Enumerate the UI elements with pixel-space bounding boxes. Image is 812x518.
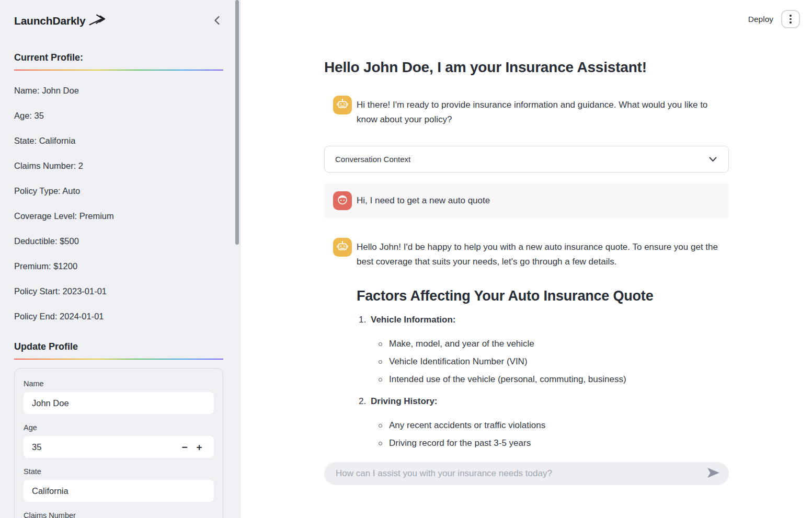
chevron-left-icon [214,19,220,27]
launchdarkly-logo: LaunchDarkly [14,13,106,29]
circle-bullet-icon [379,342,382,346]
list-item: 2. Driving History: [357,396,729,407]
age-value[interactable]: 35 [32,442,177,452]
chat-input[interactable] [336,468,707,479]
age-field-label: Age [24,423,214,432]
person-icon [335,192,350,210]
bot-message-row: Hello John! I'd be happy to help you wit… [324,238,729,269]
profile-field-age: Age: 35 [14,111,223,121]
list-item-title: Driving History: [371,396,438,407]
profile-field-policy-end: Policy End: 2024-01-01 [14,312,223,321]
user-message-text: Hi, I need to get a new auto quote [357,193,490,208]
claims-field-label: Claims Number [24,511,214,518]
circle-bullet-icon [379,442,382,445]
user-message-row: Hi, I need to get a new auto quote [324,183,729,218]
launchdarkly-logo-text: LaunchDarkly [14,15,85,27]
chat-scroll-area[interactable]: Hello John Doe, I am your Insurance Assi… [241,0,812,459]
list-sub-text: Driving record for the past 3-5 years [389,438,531,448]
list-marker: 1. [357,315,365,325]
chat-composer [324,462,729,485]
list-sub-item: Any recent accidents or traffic violatio… [379,420,729,431]
state-input[interactable] [24,480,214,502]
sidebar-collapse-button[interactable] [211,15,223,28]
bot-message-text: Hello John! I'd be happy to help you wit… [357,238,726,269]
update-profile-title: Update Profile [14,341,223,352]
list-sub-text: Any recent accidents or traffic violatio… [389,420,545,431]
main-content: Deploy Hello John Doe, I am your Insuran… [241,0,812,518]
profile-field-coverage: Coverage Level: Premium [14,211,223,221]
deploy-button[interactable]: Deploy [748,15,773,24]
profile-field-policy-type: Policy Type: Auto [14,186,223,196]
profile-field-premium: Premium: $1200 [14,261,223,271]
send-button[interactable] [707,468,719,479]
overflow-menu-button[interactable] [781,10,800,28]
kebab-menu-icon [790,15,792,24]
circle-bullet-icon [379,378,382,382]
bot-avatar [333,238,352,257]
profile-field-state: State: California [14,136,223,146]
user-avatar [333,191,352,210]
bot-avatar [333,96,352,114]
topbar: Deploy [748,10,800,28]
list-sub-text: Intended use of the vehicle (personal, c… [389,374,626,385]
conversation-context-toggle[interactable]: Conversation Context [324,146,729,172]
factors-list: 1. Vehicle Information: Make, model, and… [357,315,729,459]
launchdarkly-arrow-icon [88,13,106,29]
conversation-context-label: Conversation Context [335,155,410,164]
sidebar: LaunchDarkly Current Profile: [0,0,241,518]
circle-bullet-icon [379,424,382,428]
profile-field-deductible: Deductible: $500 [14,236,223,246]
age-stepper[interactable]: 35 − + [24,436,214,458]
robot-icon [335,238,350,256]
current-profile-title: Current Profile: [14,52,223,63]
factors-heading: Factors Affecting Your Auto Insurance Qu… [357,288,729,304]
profile-field-name: Name: John Doe [14,86,223,96]
sidebar-header: LaunchDarkly [14,13,223,29]
profile-field-claims: Claims Number: 2 [14,161,223,171]
age-decrement-button[interactable]: − [177,440,192,454]
chevron-down-icon [709,155,717,164]
list-sub-text: Vehicle Identification Number (VIN) [389,356,528,367]
rainbow-divider [14,70,223,71]
circle-bullet-icon [379,360,382,364]
update-profile-form: Name Age 35 − + State Claims Number [14,368,223,518]
age-increment-button[interactable]: + [192,440,207,454]
list-sub-text: Make, model, and year of the vehicle [389,339,534,349]
name-input[interactable] [24,392,214,414]
list-item-title: Vehicle Information: [371,315,455,325]
state-field-label: State [24,467,214,476]
bot-message-text: Hi there! I'm ready to provide insurance… [357,96,726,127]
list-item: 1. Vehicle Information: [357,315,729,325]
sidebar-scrollbar-thumb[interactable] [235,0,239,245]
list-sub-item: Driving record for the past 3-5 years [379,438,729,448]
list-sub-item: Make, model, and year of the vehicle [379,339,729,349]
name-field-label: Name [24,379,214,388]
list-sub-item: Vehicle Identification Number (VIN) [379,356,729,367]
bot-message-row: Hi there! I'm ready to provide insurance… [324,96,729,127]
send-arrow-icon [707,468,719,479]
robot-icon [335,96,350,114]
chat-greeting-title: Hello John Doe, I am your Insurance Assi… [324,59,729,76]
list-marker: 2. [357,396,365,407]
profile-field-policy-start: Policy Start: 2023-01-01 [14,286,223,296]
list-sub-item: Intended use of the vehicle (personal, c… [379,374,729,385]
rainbow-divider [14,359,223,360]
